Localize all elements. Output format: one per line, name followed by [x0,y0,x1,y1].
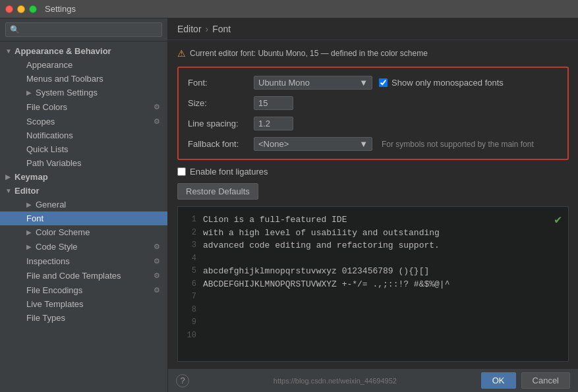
sidebar-item-inspections[interactable]: Inspections ⚙ [0,254,167,268]
sidebar-section-label: Appearance & Behavior [14,46,111,56]
sidebar-item-general[interactable]: ▶ General [0,198,167,211]
ok-button[interactable]: OK [481,372,516,389]
chevron-right-icon: ▶ [26,201,36,208]
title-bar: Settings [0,0,578,18]
nav-label: Appearance [26,60,72,70]
sidebar-item-notifications[interactable]: Notifications [0,128,167,142]
font-dropdown[interactable]: Ubuntu Mono ▼ [254,76,372,90]
size-label: Size: [188,98,247,108]
font-row: Font: Ubuntu Mono ▼ Show only monospaced… [188,76,558,90]
nav-label: Quick Lists [26,144,69,154]
settings-icon: ⚙ [152,241,162,252]
size-input[interactable] [254,96,293,110]
line-spacing-label: Line spacing: [188,119,247,128]
chevron-right-icon: ▶ [26,243,36,250]
dropdown-arrow-icon: ▼ [359,139,368,149]
font-settings-box: Font: Ubuntu Mono ▼ Show only monospaced… [177,67,569,160]
warning-text: Current editor font: Ubuntu Mono, 15 — d… [190,49,428,58]
sidebar-item-path-variables[interactable]: Path Variables [0,156,167,170]
sidebar-item-menus-toolbars[interactable]: Menus and Toolbars [0,72,167,86]
fallback-note: For symbols not supported by the main fo… [382,140,534,149]
chevron-right-icon: ▶ [26,229,36,236]
minimize-button[interactable] [17,5,25,13]
nav-label: Inspections [26,256,70,266]
line-code: advanced code editing and refactoring su… [203,239,440,252]
sidebar-item-live-templates[interactable]: Live Templates [0,297,167,311]
nav-label: Font [26,213,43,223]
sidebar-item-code-style[interactable]: ▶ Code Style ⚙ [0,239,167,254]
line-code [203,304,208,317]
restore-defaults-button[interactable]: Restore Defaults [177,183,258,200]
sidebar-item-system-settings[interactable]: ▶ System Settings [0,86,167,99]
line-code: ABCDEFGHIJKLMNOPQRSTUVWXYZ +-*/= .,;::!?… [203,278,449,291]
help-icon: ? [180,376,185,385]
line-number: 8 [186,304,196,317]
sidebar-item-appearance[interactable]: Appearance [0,58,167,72]
bottom-bar: ? https://blog.csdn.net/weixin_44694952 … [168,368,578,392]
cancel-button[interactable]: Cancel [521,372,570,389]
breadcrumb-font: Font [212,24,231,34]
sidebar-item-file-code-templates[interactable]: File and Code Templates ⚙ [0,268,167,283]
preview-line-6: 6 ABCDEFGHIJKLMNOPQRSTUVWXYZ +-*/= .,;::… [186,278,560,291]
line-spacing-row: Line spacing: [188,117,558,130]
preview-line-1: 1 CLion is a full-featured IDE [186,213,560,227]
line-spacing-input[interactable] [254,117,293,130]
nav-label: Path Variables [26,158,82,168]
search-input[interactable] [5,22,162,37]
url-note: https://blog.csdn.net/weixin_44694952 [274,377,397,385]
size-row: Size: [188,96,558,110]
line-number: 4 [186,252,196,266]
settings-icon: ⚙ [152,285,162,295]
breadcrumb-separator: › [206,24,209,34]
ligatures-label: Enable font ligatures [190,167,268,177]
preview-line-10: 10 [186,329,560,343]
nav-label: Scopes [26,117,55,126]
search-box[interactable] [0,18,167,42]
sidebar-item-color-scheme[interactable]: ▶ Color Scheme [0,225,167,239]
sidebar-item-file-colors[interactable]: File Colors ⚙ [0,99,167,114]
line-number: 2 [186,227,196,240]
breadcrumb: Editor › Font [168,18,578,40]
line-number: 1 [186,213,196,227]
maximize-button[interactable] [29,5,37,13]
sidebar-item-appearance-behavior[interactable]: ▼ Appearance & Behavior [0,44,167,58]
preview-box: ✔ 1 CLion is a full-featured IDE 2 with … [177,206,569,362]
line-code: CLion is a full-featured IDE [203,213,347,227]
ligatures-row: Enable font ligatures [177,167,569,177]
sidebar-item-quick-lists[interactable]: Quick Lists [0,142,167,156]
sidebar-item-keymap[interactable]: ▶ Keymap [0,170,167,184]
sidebar-item-file-encodings[interactable]: File Encodings ⚙ [0,283,167,297]
sidebar-section-label: Editor [14,186,40,196]
sidebar-item-font[interactable]: Font [0,211,167,225]
sidebar-section-label: Keymap [14,172,48,182]
bottom-actions: OK Cancel [481,372,570,389]
fallback-dropdown[interactable]: <None> ▼ [254,137,372,151]
content-area: Editor › Font ⚠ Current editor font: Ubu… [168,18,578,392]
monospaced-label: Show only monospaced fonts [391,78,504,88]
sidebar-item-editor[interactable]: ▼ Editor [0,184,167,198]
window-controls[interactable] [5,5,37,13]
ligatures-checkbox[interactable] [177,167,186,176]
nav-label: Code Style [36,242,78,252]
font-value: Ubuntu Mono [258,78,310,88]
nav-label: Notifications [26,130,73,140]
nav-label: General [36,200,66,210]
line-number: 3 [186,239,196,252]
line-code [203,252,208,266]
preview-line-7: 7 [186,291,560,304]
line-code [203,329,208,343]
preview-line-2: 2 with a high level of usability and out… [186,227,560,240]
preview-line-5: 5 abcdefghijklmnopqrstuvwxyz 0123456789 … [186,265,560,278]
nav-label: File Types [26,313,65,323]
settings-icon: ⚙ [152,270,162,281]
main-container: ▼ Appearance & Behavior Appearance Menus… [0,18,578,392]
chevron-down-icon: ▼ [5,187,14,194]
monospaced-checkbox[interactable] [379,78,388,87]
sidebar-item-file-types[interactable]: File Types [0,311,167,325]
sidebar-item-scopes[interactable]: Scopes ⚙ [0,114,167,128]
monospaced-checkbox-row: Show only monospaced fonts [379,78,504,88]
chevron-down-icon: ▼ [5,47,14,55]
checkmark-icon: ✔ [554,212,562,227]
help-button[interactable]: ? [176,374,189,387]
close-button[interactable] [5,5,13,13]
